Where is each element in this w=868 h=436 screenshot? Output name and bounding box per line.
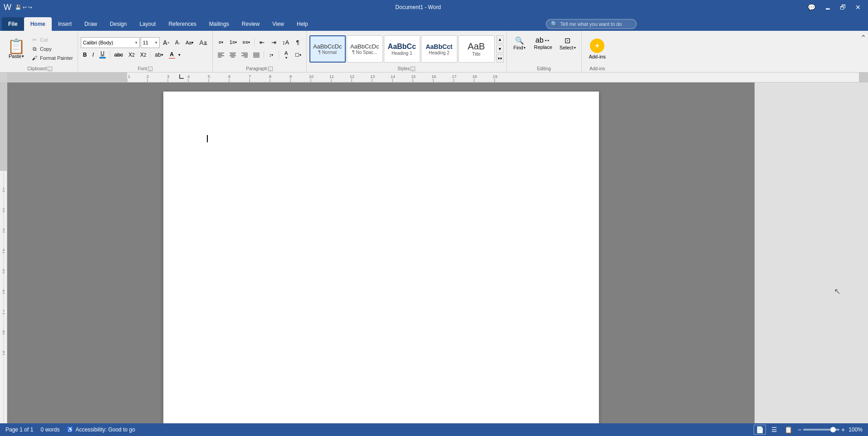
font-color-button[interactable]: A (167, 50, 177, 60)
svg-text:9: 9 (289, 74, 292, 79)
decrease-indent-button[interactable]: ⇤ (256, 37, 267, 48)
increase-indent-button[interactable]: ⇥ (268, 37, 279, 48)
font-size-selector[interactable]: 11 ▾ (141, 37, 160, 48)
collapse-ribbon-button[interactable]: ⌃ (860, 31, 866, 72)
word-logo-icon: W (4, 3, 11, 12)
tell-me-box[interactable]: 🔍 Tell me what you want to do (546, 19, 637, 29)
change-case-button[interactable]: Aa▾ (183, 38, 196, 48)
clear-formatting-button[interactable]: A🗑 (197, 38, 209, 48)
format-painter-button[interactable]: 🖌 Format Painter (29, 54, 75, 62)
addins-button[interactable]: + Add-ins (584, 37, 610, 61)
zoom-track[interactable] (803, 429, 839, 431)
align-left-button[interactable] (216, 49, 226, 60)
style-nospace-preview: AaBbCcDc (350, 43, 379, 50)
select-button[interactable]: ⊡ Select▾ (557, 34, 579, 52)
ribbon: 📋 Paste ▾ ✂ Cut ⧉ Copy 🖌 Format Painter (0, 31, 868, 73)
style-nospace-label: ¶ No Spac... (352, 50, 377, 55)
styles-scroll-up[interactable]: ▲ (496, 35, 504, 44)
bold-button[interactable]: B (81, 50, 89, 60)
zoom-plus-button[interactable]: + (841, 426, 845, 433)
print-layout-button[interactable]: 📄 (754, 425, 766, 435)
style-no-spacing[interactable]: AaBbCcDc ¶ No Spac... (347, 35, 383, 63)
page-content[interactable] (163, 92, 599, 423)
tab-mailings[interactable]: Mailings (203, 17, 235, 31)
highlight-color-button[interactable]: ab▾ (152, 50, 165, 60)
tab-file[interactable]: File (2, 17, 24, 31)
style-heading1[interactable]: AaBbCc Heading 1 (384, 35, 420, 63)
accessibility-status[interactable]: ♿ Accessibility: Good to go (67, 426, 135, 433)
tab-review[interactable]: Review (235, 17, 266, 31)
paragraph-group: ≡▾ 1≡▾ ≡≡▾ ⇤ ⇥ ↕A ¶ (213, 31, 307, 72)
multilevel-button[interactable]: ≡≡▾ (240, 37, 252, 48)
bullets-button[interactable]: ≡▾ (216, 37, 226, 48)
close-button[interactable]: ✕ (852, 2, 864, 13)
show-paragraph-button[interactable]: ¶ (292, 37, 303, 48)
minimize-button[interactable]: 🗕 (821, 2, 834, 13)
ruler-active[interactable]: 1 2 3 4 5 6 7 8 9 10 11 12 13 1 (127, 73, 859, 82)
styles-scroll-down[interactable]: ▼ (496, 45, 504, 53)
style-heading2[interactable]: AaBbCct Heading 2 (421, 35, 457, 63)
editing-group: 🔍 Find▾ ab↔ Replace ⊡ Select▾ Editing (507, 31, 582, 72)
cut-button[interactable]: ✂ Cut (29, 36, 75, 44)
style-normal-preview: AaBbCcDc (313, 43, 342, 50)
tab-stop-indicator[interactable] (179, 74, 184, 79)
ruler-marks: 1 2 3 4 5 6 7 8 9 10 11 12 13 1 (127, 73, 859, 82)
zoom-thumb[interactable] (830, 427, 836, 432)
sort-button[interactable]: ↕A (280, 37, 291, 48)
italic-button[interactable]: I (90, 50, 96, 60)
font-group: Calibri (Body) ▾ 11 ▾ A+ A- Aa▾ A🗑 B I U (78, 31, 213, 72)
styles-expand[interactable]: ▾▾ (496, 54, 504, 63)
styles-gallery: AaBbCcDc ¶ Normal AaBbCcDc ¶ No Spac... … (309, 35, 504, 63)
align-center-button[interactable] (227, 49, 238, 60)
comment-icon[interactable]: 💬 (804, 2, 819, 13)
replace-button[interactable]: ab↔ Replace (531, 34, 555, 52)
shrink-font-button[interactable]: A- (173, 38, 182, 48)
tab-layout[interactable]: Layout (133, 17, 162, 31)
svg-text:6: 6 (3, 289, 5, 293)
select-icon: ⊡ (564, 36, 570, 45)
tab-help[interactable]: Help (290, 17, 314, 31)
align-right-button[interactable] (239, 49, 250, 60)
justify-button[interactable] (251, 49, 262, 60)
tab-view[interactable]: View (266, 17, 290, 31)
font-expand-icon[interactable]: ⌞ (148, 67, 152, 71)
subscript-button[interactable]: X2 (126, 50, 137, 60)
document-page[interactable] (163, 92, 599, 423)
border-button[interactable]: ☐▾ (293, 49, 304, 60)
font-group-content: Calibri (Body) ▾ 11 ▾ A+ A- Aa▾ A🗑 B I U (81, 33, 210, 65)
numbering-button[interactable]: 1≡▾ (227, 37, 240, 48)
paste-button[interactable]: 📋 Paste ▾ (5, 37, 28, 61)
style-normal[interactable]: AaBbCcDc ¶ Normal (309, 35, 346, 63)
strikethrough-button[interactable]: abc (112, 50, 125, 60)
styles-group-content: AaBbCcDc ¶ Normal AaBbCcDc ¶ No Spac... … (309, 33, 504, 65)
superscript-button[interactable]: X2 (138, 50, 149, 60)
quick-access-toolbar: 💾 ↩ ↪ (15, 5, 32, 10)
vruler-content: 1 2 3 4 5 6 7 8 9 (0, 171, 7, 423)
tab-home[interactable]: Home (24, 17, 52, 31)
clipboard-expand-icon[interactable]: ⌞ (48, 67, 52, 71)
zoom-level[interactable]: 100% (848, 426, 863, 433)
line-spacing-button[interactable]: ↕▾ (266, 49, 277, 60)
zoom-minus-button[interactable]: − (798, 426, 801, 433)
find-button[interactable]: 🔍 Find▾ (510, 34, 530, 52)
styles-expand-icon[interactable]: ⌞ (411, 67, 415, 71)
zoom-slider: − + (798, 426, 845, 433)
status-right: 📄 ☰ 📋 − + 100% (754, 425, 863, 435)
document-area[interactable] (7, 82, 755, 423)
tab-design[interactable]: Design (103, 17, 133, 31)
copy-button[interactable]: ⧉ Copy (29, 45, 75, 53)
tab-draw[interactable]: Draw (78, 17, 103, 31)
style-title[interactable]: AaB Title (458, 35, 495, 63)
tab-insert[interactable]: Insert (52, 17, 78, 31)
maximize-button[interactable]: 🗗 (836, 2, 850, 13)
paragraph-expand-icon[interactable]: ⌞ (268, 67, 273, 71)
main-area: 1 2 3 4 5 6 7 8 9 (0, 82, 868, 423)
grow-font-button[interactable]: A+ (161, 38, 172, 48)
font-name-selector[interactable]: Calibri (Body) ▾ (81, 37, 140, 48)
vruler-marks: 1 2 3 4 5 6 7 8 9 (0, 171, 7, 423)
shading-button[interactable]: A ▾ (281, 49, 292, 60)
underline-button[interactable]: U (97, 50, 108, 60)
web-layout-button[interactable]: ☰ (770, 425, 779, 434)
tab-references[interactable]: References (162, 17, 202, 31)
read-mode-button[interactable]: 📋 (783, 425, 794, 434)
